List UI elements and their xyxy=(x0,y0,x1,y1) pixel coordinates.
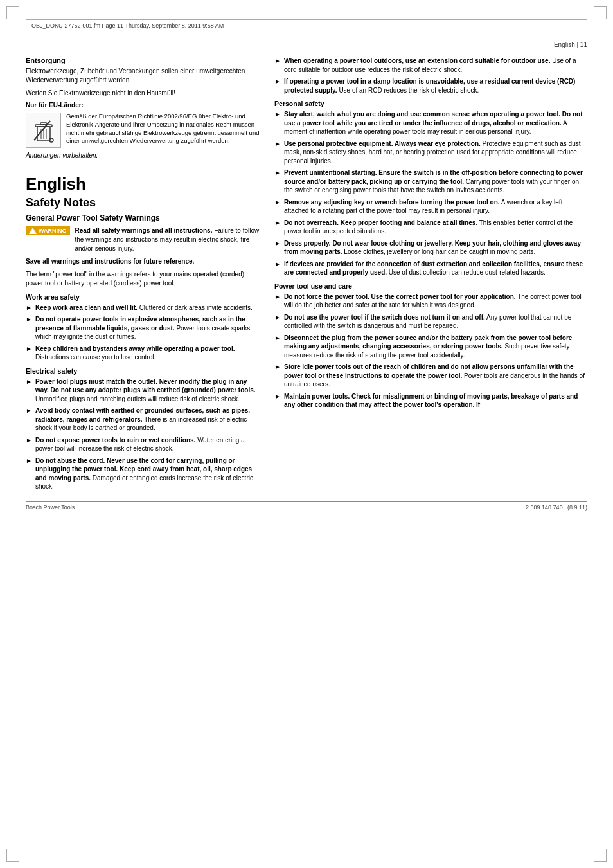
list-item: ► Do not expose power tools to rain or w… xyxy=(26,436,262,453)
warning-triangle-icon xyxy=(29,228,37,234)
personal-item-3: Prevent unintentional starting. Ensure t… xyxy=(284,168,587,195)
personal-item-1: Stay alert, watch what you are doing and… xyxy=(284,110,587,136)
safety-notes-title: Safety Notes xyxy=(26,196,262,210)
bullet-arrow-icon: ► xyxy=(274,363,281,389)
header-bar: OBJ_DOKU-27752-001.fm Page 11 Thursday, … xyxy=(26,19,587,32)
outdoor-item-2-normal: Use of an RCD reduces the risk of electr… xyxy=(339,87,479,94)
eu-text: Gemäß der Europäischen Richtlinie 2002/9… xyxy=(66,113,262,145)
elec-item-1: Power tool plugs must match the outlet. … xyxy=(35,377,262,404)
bullet-arrow-icon: ► xyxy=(274,260,281,277)
outdoor-list: ► When operating a power tool outdoors, … xyxy=(274,57,587,95)
entsorgung-para1: Elektrowerkzeuge, Zubehör und Verpackung… xyxy=(26,67,262,85)
bullet-arrow-icon: ► xyxy=(274,168,281,195)
col-left: Entsorgung Elektrowerkzeuge, Zubehör und… xyxy=(26,57,262,494)
work-area-item-3-bold: Keep children and bystanders away while … xyxy=(35,345,235,352)
entsorgung-para2: Werfen Sie Elektrowerkzeuge nicht in den… xyxy=(26,89,262,98)
outdoor-item-1-bold: When operating a power tool outdoors, us… xyxy=(284,57,550,64)
pt-item-2: Do not use the power tool if the switch … xyxy=(284,313,587,330)
pt-item-2-bold: Do not use the power tool if the switch … xyxy=(284,314,485,321)
personal-item-2-bold: Use personal protective equipment. Alway… xyxy=(284,140,481,147)
personal-item-2: Use personal protective equipment. Alway… xyxy=(284,140,587,166)
bullet-arrow-icon: ► xyxy=(274,334,281,360)
corner-bl xyxy=(6,849,19,862)
work-area-item-3: Keep children and bystanders away while … xyxy=(35,345,262,362)
power-tool-title: Power tool use and care xyxy=(274,282,587,290)
save-all-body: The term "power tool" in the warnings re… xyxy=(26,270,262,288)
work-area-item-1-normal: Cluttered or dark areas invite accidents… xyxy=(139,304,253,311)
pt-item-5: Maintain power tools. Check for misalign… xyxy=(284,392,587,410)
personal-item-1-bold: Stay alert, watch what you are doing and… xyxy=(284,111,583,127)
list-item: ► Keep work area clean and well lit. Clu… xyxy=(26,303,262,312)
divider xyxy=(26,167,262,167)
bullet-arrow-icon: ► xyxy=(26,345,32,362)
bullet-arrow-icon: ► xyxy=(26,377,32,404)
list-item: ► Do not use the power tool if the switc… xyxy=(274,313,587,330)
pt-item-1: Do not force the power tool. Use the cor… xyxy=(284,293,587,310)
personal-safety-title: Personal safety xyxy=(274,100,587,107)
svg-rect-2 xyxy=(40,123,47,125)
elec-item-3: Do not expose power tools to rain or wet… xyxy=(35,436,262,453)
bullet-arrow-icon: ► xyxy=(274,110,281,136)
bullet-arrow-icon: ► xyxy=(274,57,281,74)
work-area-item-3-normal: Distractions can cause you to lose contr… xyxy=(35,354,155,361)
list-item: ► If operating a power tool in a damp lo… xyxy=(274,77,587,95)
personal-item-4-bold: Remove any adjusting key or wrench befor… xyxy=(284,199,500,206)
list-item: ► Do not abuse the cord. Never use the c… xyxy=(26,457,262,491)
elec-item-1-normal: Unmodified plugs and matching outlets wi… xyxy=(35,395,240,402)
list-item: ► Store idle power tools out of the reac… xyxy=(274,363,587,389)
corner-tl xyxy=(6,6,19,19)
personal-item-7-normal: Use of dust collection can reduce dust-r… xyxy=(389,269,546,276)
entsorgung-title: Entsorgung xyxy=(26,57,262,64)
personal-item-7: If devices are provided for the connecti… xyxy=(284,260,587,277)
list-item: ► Prevent unintentional starting. Ensure… xyxy=(274,168,587,195)
list-item: ► Maintain power tools. Check for misali… xyxy=(274,392,587,410)
col-right: ► When operating a power tool outdoors, … xyxy=(274,57,587,494)
outdoor-item-1: When operating a power tool outdoors, us… xyxy=(284,57,587,74)
bullet-arrow-icon: ► xyxy=(26,406,32,433)
footer-bar: Bosch Power Tools 2 609 140 740 | (8.9.1… xyxy=(26,501,587,513)
eu-box: Gemäß der Europäischen Richtlinie 2002/9… xyxy=(26,113,262,148)
two-col-layout: Entsorgung Elektrowerkzeuge, Zubehör und… xyxy=(26,57,587,494)
list-item: ► Do not operate power tools in explosiv… xyxy=(26,315,262,341)
work-area-item-2: Do not operate power tools in explosive … xyxy=(35,315,262,341)
bullet-arrow-icon: ► xyxy=(274,198,281,215)
pt-item-3: Disconnect the plug from the power sourc… xyxy=(284,334,587,360)
bullet-arrow-icon: ► xyxy=(274,239,281,257)
list-item: ► Avoid body contact with earthed or gro… xyxy=(26,406,262,433)
svg-line-6 xyxy=(34,121,50,140)
recycle-bin-icon xyxy=(31,118,57,143)
list-item: ► If devices are provided for the connec… xyxy=(274,260,587,277)
corner-tr xyxy=(594,6,607,19)
list-item: ► Disconnect the plug from the power sou… xyxy=(274,334,587,360)
elec-item-2: Avoid body contact with earthed or groun… xyxy=(35,406,262,433)
page: OBJ_DOKU-27752-001.fm Page 11 Thursday, … xyxy=(0,0,613,868)
list-item: ► Dress properly. Do not wear loose clot… xyxy=(274,239,587,257)
bullet-arrow-icon: ► xyxy=(274,219,281,236)
header-file-info: OBJ_DOKU-27752-001.fm Page 11 Thursday, … xyxy=(31,23,224,29)
save-all-bold: Save all warnings and instructions for f… xyxy=(26,258,194,265)
list-item: ► When operating a power tool outdoors, … xyxy=(274,57,587,74)
bullet-arrow-icon: ► xyxy=(274,293,281,310)
footer-right: 2 609 140 740 | (8.9.11) xyxy=(526,504,587,511)
warning-text: Read all safety warnings and all instruc… xyxy=(75,226,262,253)
bullet-arrow-icon: ► xyxy=(274,140,281,166)
personal-item-4: Remove any adjusting key or wrench befor… xyxy=(284,198,587,215)
personal-safety-list: ► Stay alert, watch what you are doing a… xyxy=(274,110,587,277)
footer-left: Bosch Power Tools xyxy=(26,504,75,511)
warning-badge: WARNING xyxy=(26,226,70,235)
nur-label: Nur für EU-Länder: xyxy=(26,102,262,109)
list-item: ► Do not overreach. Keep proper footing … xyxy=(274,219,587,236)
bullet-arrow-icon: ► xyxy=(26,315,32,341)
corner-br xyxy=(594,849,607,862)
list-item: ► Keep children and bystanders away whil… xyxy=(26,345,262,362)
work-area-list: ► Keep work area clean and well lit. Clu… xyxy=(26,303,262,362)
list-item: ► Use personal protective equipment. Alw… xyxy=(274,140,587,166)
page-number: English | 11 xyxy=(554,41,587,48)
gptsw-title: General Power Tool Safety Warnings xyxy=(26,213,262,222)
pt-item-1-bold: Do not force the power tool. Use the cor… xyxy=(284,293,516,300)
bullet-arrow-icon: ► xyxy=(26,303,32,312)
page-inner: OBJ_DOKU-27752-001.fm Page 11 Thursday, … xyxy=(26,19,587,513)
power-tool-list: ► Do not force the power tool. Use the c… xyxy=(274,293,587,410)
bullet-arrow-icon: ► xyxy=(26,436,32,453)
pt-item-4: Store idle power tools out of the reach … xyxy=(284,363,587,389)
